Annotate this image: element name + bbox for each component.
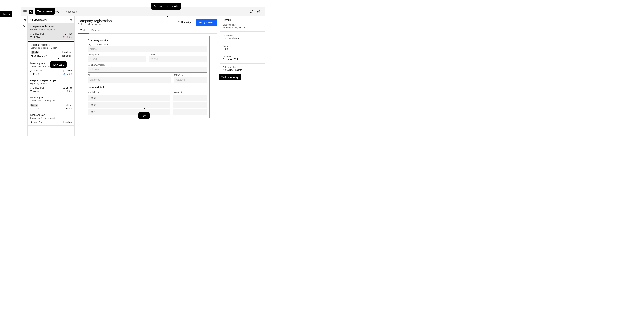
select-year[interactable]: 2023 xyxy=(88,95,170,101)
assignee-label: Unassigned xyxy=(33,87,44,89)
created-label: 02 Jun xyxy=(33,107,40,110)
created-label: 11 Jun xyxy=(33,73,40,75)
filter-rail xyxy=(21,16,28,136)
user-icon xyxy=(30,70,32,72)
task-title: Company registration xyxy=(30,25,72,28)
input-city[interactable] xyxy=(88,77,172,83)
summary-priority-label: Priority xyxy=(223,45,262,47)
created-label: Yesterday xyxy=(33,90,42,92)
select-year[interactable]: 2021 xyxy=(88,109,170,115)
select-year[interactable]: 2022 xyxy=(88,102,170,108)
svg-rect-10 xyxy=(31,55,32,57)
task-form: Company details Legal company name Work … xyxy=(85,36,210,118)
svg-point-18 xyxy=(31,122,32,123)
task-card[interactable]: Open an account Camundia Customer Suport… xyxy=(28,41,74,59)
user-button[interactable] xyxy=(255,8,262,15)
label-zip: ZIP Code xyxy=(174,74,206,77)
me-pill: Me xyxy=(30,104,38,107)
input-legal-name[interactable] xyxy=(88,46,206,52)
summary-creation-label: Creation date xyxy=(223,24,262,26)
user-solid-icon xyxy=(31,104,34,106)
calendar-icon xyxy=(30,73,32,75)
user-solid-icon xyxy=(32,51,34,54)
block-icon xyxy=(63,87,65,89)
app-switcher-icon[interactable] xyxy=(23,10,27,14)
callout-tasks-queue: Tasks queue xyxy=(35,8,55,15)
input-zip[interactable] xyxy=(174,77,206,83)
task-card[interactable]: Company registration Business unit manag… xyxy=(28,23,74,40)
calendar-icon xyxy=(30,90,32,92)
chevron-down-icon xyxy=(166,111,168,113)
priority-bars-icon xyxy=(62,122,64,123)
help-button[interactable] xyxy=(248,8,255,15)
task-card[interactable]: Loan approval Camundia Credit Request Me… xyxy=(28,94,74,112)
assignee-label: John Doe xyxy=(33,70,42,72)
expand-panel-icon xyxy=(23,18,26,21)
input-address[interactable] xyxy=(88,67,206,73)
input-amount[interactable] xyxy=(173,102,206,108)
assignee-label: Unassigned xyxy=(33,33,44,35)
tab-process[interactable]: Process xyxy=(88,27,104,34)
callout-label: Filters xyxy=(2,13,10,16)
sort-button[interactable] xyxy=(70,18,72,22)
assignee-label: Unassigned xyxy=(181,21,194,24)
input-amount[interactable] xyxy=(173,109,206,115)
label-city: City xyxy=(88,74,172,77)
tab-label: Process xyxy=(92,29,100,32)
detail-subtitle: Business unit management xyxy=(78,23,112,26)
task-title: Loan approval xyxy=(30,114,72,116)
calendar-icon xyxy=(30,55,33,57)
detail-assignee: Unassigned xyxy=(178,21,194,24)
input-amount[interactable] xyxy=(173,95,206,101)
callout-selected-task-details: Selected task details xyxy=(151,3,181,10)
due-label: 21 Jun xyxy=(66,90,72,92)
task-subtitle: Flight registration xyxy=(30,82,72,85)
input-email[interactable] xyxy=(148,56,206,62)
chevron-down-icon xyxy=(166,97,168,99)
task-subtitle: Camundia Credit Request xyxy=(30,99,72,102)
due-label: 01 Jun xyxy=(66,36,72,38)
label-phone: Work phone xyxy=(88,54,146,56)
input-phone[interactable] xyxy=(88,56,146,62)
queue-header: All open tasks xyxy=(28,16,74,23)
tab-task[interactable]: Task xyxy=(78,27,88,34)
task-subtitle: Business unit management xyxy=(30,28,72,31)
callout-label: Selected task details xyxy=(154,5,178,8)
chevron-down-icon xyxy=(166,104,168,106)
svg-point-3 xyxy=(258,11,260,12)
priority-label: High xyxy=(68,33,72,35)
filter-button[interactable] xyxy=(22,24,26,28)
select-value: 2023 xyxy=(90,97,96,99)
callout-form: Form xyxy=(138,112,150,119)
task-card[interactable]: Loan approval Camundia Credit Request Jo… xyxy=(28,112,74,126)
warning-icon xyxy=(63,36,65,38)
nav-processes[interactable]: Processes xyxy=(62,7,80,16)
task-subtitle: Camundia Customer Suport xyxy=(30,47,72,49)
task-subtitle: Camundia Credit Request xyxy=(30,117,72,119)
label-legal-name: Legal company name xyxy=(88,43,206,46)
task-card[interactable]: Register the passenger Flight registrati… xyxy=(28,77,74,94)
topbar: C Tasklist Tasks Processes xyxy=(21,7,264,16)
task-list[interactable]: Company registration Business unit manag… xyxy=(28,23,74,136)
detail-tabs: Task Process xyxy=(78,27,217,34)
summary-creation-value: 20 May 2024, 15:23 xyxy=(223,26,262,29)
priority-bars-icon xyxy=(65,33,67,35)
queue-title: All open tasks xyxy=(30,18,47,21)
task-title: Open an account xyxy=(30,43,72,46)
brand-letter: C xyxy=(30,10,32,13)
button-label: Assign to me xyxy=(199,21,214,24)
unassigned-icon xyxy=(30,33,32,35)
summary-due-value: 01 June 2024 xyxy=(223,58,262,61)
help-icon xyxy=(250,10,254,14)
assign-to-me-button[interactable]: Assign to me xyxy=(196,19,217,26)
filter-icon xyxy=(23,25,26,27)
priority-label: Medium xyxy=(64,51,72,54)
expand-panel-button[interactable] xyxy=(22,18,26,22)
summary-priority-value: High xyxy=(223,47,262,50)
due-label: 17 Jun xyxy=(66,107,72,110)
assignee-label: Me xyxy=(34,104,38,106)
label-email: E-mail xyxy=(148,54,206,56)
callout-task-card: Task card xyxy=(50,61,66,68)
brand-logo: C xyxy=(29,10,33,14)
detail-header: Company registration Business unit manag… xyxy=(78,16,217,27)
